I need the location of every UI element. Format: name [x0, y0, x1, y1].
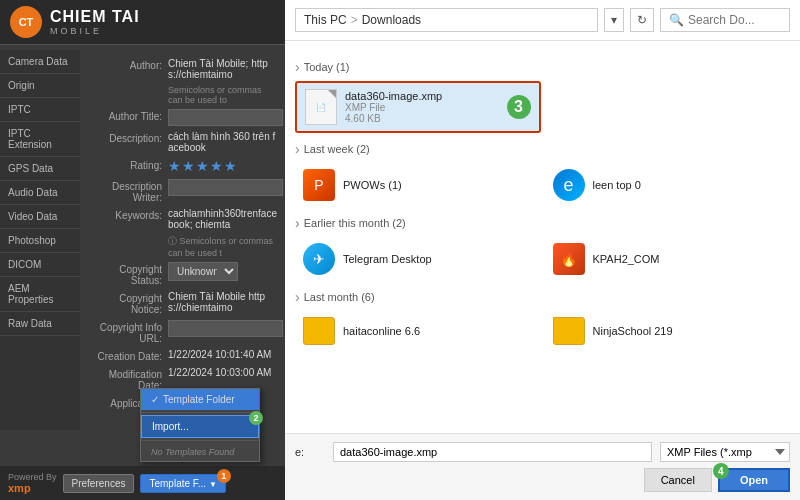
- description-value: cách làm hình 360 trên facebook: [168, 131, 277, 153]
- file-item-leen[interactable]: e leen top 0: [545, 163, 791, 207]
- leen-name: leen top 0: [593, 179, 783, 191]
- section-last-week: Last week (2): [295, 141, 790, 157]
- last-month-files: haitaconline 6.6 NinjaSchool 219: [295, 311, 790, 351]
- open-button[interactable]: 4 Open: [718, 468, 790, 492]
- file-item-telegram[interactable]: ✈ Telegram Desktop: [295, 237, 541, 281]
- breadcrumb-dropdown-button[interactable]: ▾: [604, 8, 624, 32]
- sidebar-item-origin[interactable]: Origin: [0, 74, 80, 98]
- filetype-select[interactable]: XMP Files (*.xmp: [660, 442, 790, 462]
- no-templates-text: No Templates Found: [141, 443, 259, 461]
- sidebar-item-camera-data[interactable]: Camera Data: [0, 50, 80, 74]
- template-folder-item[interactable]: ✓ Template Folder: [141, 389, 259, 410]
- haitaconline-name: haitaconline 6.6: [343, 325, 533, 337]
- ninjaschool-name: NinjaSchool 219: [593, 325, 783, 337]
- metadata-panel: CT CHIEM TAI MOBILE Camera Data Origin I…: [0, 0, 285, 500]
- dropdown-divider2: [141, 440, 259, 441]
- keywords-label: Keywords:: [88, 210, 168, 221]
- xmp-file-icon: 📄: [305, 89, 337, 125]
- xmp-filetype: XMP File: [345, 102, 499, 113]
- copyright-url-input[interactable]: [168, 320, 283, 337]
- badge-4: 4: [713, 463, 729, 479]
- telegram-icon: ✈: [303, 243, 335, 275]
- refresh-button[interactable]: ↻: [630, 8, 654, 32]
- address-bar: This PC > Downloads ▾ ↻ 🔍: [285, 0, 800, 41]
- copyright-notice-label: Copyright Notice:: [88, 293, 168, 315]
- creation-date-label: Creation Date:: [88, 351, 168, 362]
- today-files: 📄 data360-image.xmp XMP File 4.60 KB 3: [295, 81, 790, 133]
- file-browser-panel: This PC > Downloads ▾ ↻ 🔍 Today (1) 📄 da…: [285, 0, 800, 500]
- creation-date-value: 1/22/2024 10:01:40 AM: [168, 349, 277, 360]
- author-label: Author:: [88, 60, 168, 71]
- sidebar-item-audio-data[interactable]: Audio Data: [0, 181, 80, 205]
- checkmark-icon: ✓: [151, 394, 159, 405]
- keywords-value: cachlamhinh360trenfacebook; chiemta: [168, 208, 277, 230]
- author-value: Chiem Tài Mobile; https://chiemtaimo: [168, 58, 277, 80]
- kpah2-icon: 🔥: [553, 243, 585, 275]
- file-browser-content: Today (1) 📄 data360-image.xmp XMP File 4…: [285, 41, 800, 433]
- sidebar-item-video-data[interactable]: Video Data: [0, 205, 80, 229]
- sidebar-item-dicom[interactable]: DICOM: [0, 253, 80, 277]
- filename-row: e: XMP Files (*.xmp: [295, 442, 790, 462]
- logo-bar: CT CHIEM TAI MOBILE: [0, 0, 285, 45]
- sidebar-item-raw-data[interactable]: Raw Data: [0, 312, 80, 336]
- brand-sub: MOBILE: [50, 26, 140, 36]
- cancel-button[interactable]: Cancel: [644, 468, 712, 492]
- sidebar-item-photoshop[interactable]: Photoshop: [0, 229, 80, 253]
- sidebar-nav: Camera Data Origin IPTC IPTC Extension G…: [0, 50, 80, 430]
- sidebar-item-iptc[interactable]: IPTC: [0, 98, 80, 122]
- badge-3: 3: [507, 95, 531, 119]
- preferences-button[interactable]: Preferences: [63, 474, 135, 493]
- sidebar-item-aem-properties[interactable]: AEM Properties: [0, 277, 80, 312]
- last-week-files: P PWOWs (1) e leen top 0: [295, 163, 790, 207]
- breadcrumb-this-pc: This PC: [304, 13, 347, 27]
- pwows-name: PWOWs (1): [343, 179, 533, 191]
- sidebar-item-gps-data[interactable]: GPS Data: [0, 157, 80, 181]
- haitaconline-folder-icon: [303, 317, 335, 345]
- file-item-xmp[interactable]: 📄 data360-image.xmp XMP File 4.60 KB 3: [295, 81, 541, 133]
- bottom-bar: Powered By xmp Preferences Template F...…: [0, 466, 285, 500]
- file-item-ninjaschool[interactable]: NinjaSchool 219: [545, 311, 791, 351]
- file-browser-bottom: e: XMP Files (*.xmp Cancel 4 Open: [285, 433, 800, 500]
- metadata-content: Author: Chiem Tài Mobile; https://chiemt…: [80, 50, 285, 422]
- telegram-name: Telegram Desktop: [343, 253, 533, 265]
- logo-icon: CT: [10, 6, 42, 38]
- desc-writer-input[interactable]: [168, 179, 283, 196]
- section-last-month: Last month (6): [295, 289, 790, 305]
- rating-label: Rating:: [88, 160, 168, 171]
- search-input[interactable]: [688, 13, 778, 27]
- author-title-input[interactable]: [168, 109, 283, 126]
- pwows-icon: P: [303, 169, 335, 201]
- search-icon: 🔍: [669, 13, 684, 27]
- import-item[interactable]: Import... 2: [141, 415, 259, 438]
- search-box: 🔍: [660, 8, 790, 32]
- template-button-wrapper: Template F... ▼ 1: [140, 474, 225, 493]
- copyright-status-select[interactable]: Unknown: [168, 262, 238, 281]
- xmp-logo: xmp: [8, 482, 57, 494]
- sidebar-item-iptc-extension[interactable]: IPTC Extension: [0, 122, 80, 157]
- import-label: Import...: [152, 421, 189, 432]
- section-earlier-month: Earlier this month (2): [295, 215, 790, 231]
- btn-row: Cancel 4 Open: [295, 468, 790, 492]
- filename-label: e:: [295, 446, 325, 458]
- template-folder-label: Template Folder: [163, 394, 235, 405]
- brand-name: CHIEM TAI: [50, 8, 140, 26]
- copyright-url-label: Copyright Info URL:: [88, 322, 168, 344]
- filename-input[interactable]: [333, 442, 652, 462]
- desc-writer-label: Description Writer:: [88, 181, 168, 203]
- file-item-pwows[interactable]: P PWOWs (1): [295, 163, 541, 207]
- section-today: Today (1): [295, 59, 790, 75]
- semicolons-note: Semicolons or commas can be used to: [168, 85, 277, 105]
- author-title-label: Author Title:: [88, 111, 168, 122]
- dropdown-arrow-icon: ▼: [209, 480, 217, 489]
- template-button[interactable]: Template F... ▼ 1: [140, 474, 225, 493]
- ninjaschool-folder-icon: [553, 317, 585, 345]
- file-item-kpah2[interactable]: 🔥 KPAH2_COM: [545, 237, 791, 281]
- rating-stars: ★★★★★: [168, 158, 238, 174]
- kpah2-name: KPAH2_COM: [593, 253, 783, 265]
- file-item-haitaconline[interactable]: haitaconline 6.6: [295, 311, 541, 351]
- breadcrumb-separator: >: [351, 13, 358, 27]
- badge-2: 2: [249, 411, 263, 425]
- powered-by-text: Powered By: [8, 472, 57, 482]
- dropdown-divider: [141, 412, 259, 413]
- badge-1: 1: [217, 469, 231, 483]
